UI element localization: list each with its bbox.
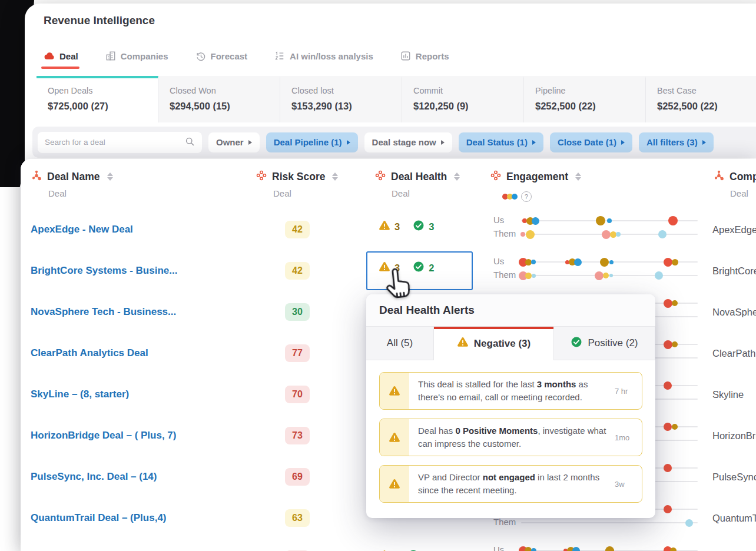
company-name: ClearPath <box>712 333 755 374</box>
risk-score-badge: 42 <box>285 262 310 280</box>
engagement-dot-lblue <box>658 230 667 238</box>
deals-table: Deal Name Deal Risk Score Deal Deal Heal… <box>21 159 756 551</box>
column-header-deal-name[interactable]: Deal Name Deal <box>21 159 238 209</box>
engagement-legend: ? <box>502 191 532 202</box>
filter-chip-close-date-1-[interactable]: Close Date (1) <box>550 132 632 152</box>
filter-chip-deal-pipeline-1-[interactable]: Deal Pipeline (1) <box>266 132 358 152</box>
reports-icon <box>400 51 411 61</box>
alert-text: Deal has 0 Positive Moments, investigate… <box>409 419 615 456</box>
revenue-intelligence-page: Revenue Intelligence DealCompaniesForeca… <box>0 0 756 551</box>
deal-name-link[interactable]: SkyLine – (8, starter) <box>31 374 129 415</box>
engagement-dot-red <box>664 423 672 431</box>
nav-tab-label: Forecast <box>211 51 248 61</box>
engagement-them-label: Them <box>493 270 519 280</box>
deal-name-link[interactable]: ApexEdge - New Deal <box>31 209 133 250</box>
alert-age: 7 hr <box>615 373 642 409</box>
table-header: Deal Name Deal Risk Score Deal Deal Heal… <box>21 159 756 210</box>
card-value: $725,000 (27) <box>48 101 147 112</box>
column-title: Comp <box>730 171 756 183</box>
deal-name-link[interactable]: NovaSphere Tech - Business... <box>31 291 176 333</box>
check-circle-icon <box>413 220 425 234</box>
popup-tab-negative-3-[interactable]: Negative (3) <box>434 327 554 360</box>
column-header-risk-score[interactable]: Risk Score Deal <box>238 159 365 209</box>
sort-toggle[interactable] <box>575 172 581 181</box>
engagement-us-label: Us <box>493 545 519 551</box>
companies-icon <box>105 51 116 61</box>
summary-cards-row: Open Deals$725,000 (27)Closed Won$294,50… <box>37 76 756 122</box>
alert-item: Deal has 0 Positive Moments, investigate… <box>379 419 642 456</box>
freddy-ai-icon <box>375 170 386 183</box>
company-name: BrightCore <box>712 250 756 291</box>
summary-card-best-case[interactable]: Best Case$252,500 (22) <box>646 76 756 122</box>
card-value: $252,500 (22) <box>535 101 634 112</box>
summary-card-pipeline[interactable]: Pipeline$252,500 (22) <box>524 76 646 122</box>
engagement-them-label: Them <box>493 517 519 527</box>
nav-tab-forecast[interactable]: Forecast <box>195 51 248 61</box>
engagement-dot-blue <box>574 258 582 266</box>
engagement-them-label: Them <box>493 228 519 238</box>
deal-name-link[interactable]: BrightCore Systems - Busine... <box>31 250 177 291</box>
selected-deal-health-cell[interactable] <box>366 251 473 290</box>
engagement-dot-red <box>664 464 672 472</box>
search-input[interactable]: Search for a deal <box>38 132 202 153</box>
engagement-dot-gold <box>672 259 678 265</box>
deal-name-link[interactable]: HorizonBridge Deal – ( Plus, 7) <box>31 415 177 456</box>
filter-chip-all-filters-3-[interactable]: All filters (3) <box>639 132 714 152</box>
nav-tab-label: Companies <box>121 51 168 61</box>
negative-count: 3 <box>394 221 400 233</box>
engagement-dot-gold <box>596 216 605 225</box>
deal-health-cell[interactable]: 33 <box>379 220 434 234</box>
company-name: ApexEdge <box>712 209 756 250</box>
deal-name-link[interactable]: PulseSync, Inc. Deal – (14) <box>31 456 157 497</box>
popup-tab-all-5-[interactable]: All (5) <box>366 327 434 360</box>
deal-name-link[interactable]: ClearPath Analytics Deal <box>31 333 148 374</box>
column-header-company[interactable]: Comp Deal <box>701 159 756 209</box>
engagement-dot-blue <box>531 260 536 264</box>
chevron-right-icon <box>347 140 350 145</box>
alerts-list: This deal is stalled for the last 3 mont… <box>366 360 655 515</box>
sort-toggle[interactable] <box>454 172 460 181</box>
chip-label: Deal Pipeline (1) <box>274 137 342 147</box>
nav-tab-label: Deal <box>59 51 78 61</box>
company-name: QuantumTrail <box>712 497 756 539</box>
nav-tab-ai-win-loss-analysis[interactable]: AI win/loss analysis <box>274 51 373 61</box>
engagement-dot-lblue <box>655 271 663 280</box>
summary-card-closed-lost[interactable]: Closed lost$153,290 (13) <box>280 76 402 122</box>
summary-card-closed-won[interactable]: Closed Won$294,500 (15) <box>158 76 280 122</box>
warning-triangle-icon <box>379 220 390 234</box>
warning-triangle-icon <box>457 336 469 351</box>
popup-tab-positive-2-[interactable]: Positive (2) <box>554 327 655 360</box>
chip-label: All filters (3) <box>646 137 698 147</box>
ai-analysis-icon <box>274 51 285 61</box>
nav-tab-label: Reports <box>416 51 449 61</box>
sort-toggle[interactable] <box>107 172 113 181</box>
column-subtitle: Deal <box>48 188 67 198</box>
column-header-engagement[interactable]: Engagement ? DWM ‹ 4/17 - 5/22 › <box>474 159 701 209</box>
card-label: Pipeline <box>535 86 634 95</box>
engagement-them-line <box>521 522 698 523</box>
engagement-dot-red <box>664 299 672 308</box>
summary-card-commit[interactable]: Commit$120,250 (9) <box>402 76 524 122</box>
popup-tab-label: Negative (3) <box>474 338 530 350</box>
filter-chip-owner[interactable]: Owner <box>208 132 260 152</box>
forecast-icon <box>195 51 206 61</box>
popup-tab-label: All (5) <box>387 337 413 349</box>
company-name: HorizonBridge <box>712 415 756 456</box>
risk-score-badge: 73 <box>285 427 310 444</box>
nav-tab-deal[interactable]: Deal <box>44 51 78 62</box>
filter-chip-deal-status-1-[interactable]: Deal Status (1) <box>459 132 543 152</box>
engagement-dot-blue <box>531 548 536 551</box>
help-icon[interactable]: ? <box>521 191 532 202</box>
sort-toggle[interactable] <box>332 172 338 181</box>
deal-name-link[interactable]: QuantumTrail Deal – (Plus,4) <box>31 497 167 539</box>
summary-card-open-deals[interactable]: Open Deals$725,000 (27) <box>37 76 158 122</box>
engagement-dot-red <box>664 505 672 513</box>
check-circle-icon <box>571 336 582 351</box>
engagement-dot-blue <box>609 260 614 264</box>
popup-tabs: All (5)Negative (3)Positive (2) <box>366 327 655 360</box>
chevron-right-icon <box>702 140 706 145</box>
filter-chip-deal-stage-now[interactable]: Deal stage now <box>364 132 452 152</box>
nav-tab-companies[interactable]: Companies <box>105 51 168 61</box>
nav-tab-reports[interactable]: Reports <box>400 51 449 61</box>
column-header-deal-health[interactable]: Deal Health Deal <box>365 159 474 209</box>
